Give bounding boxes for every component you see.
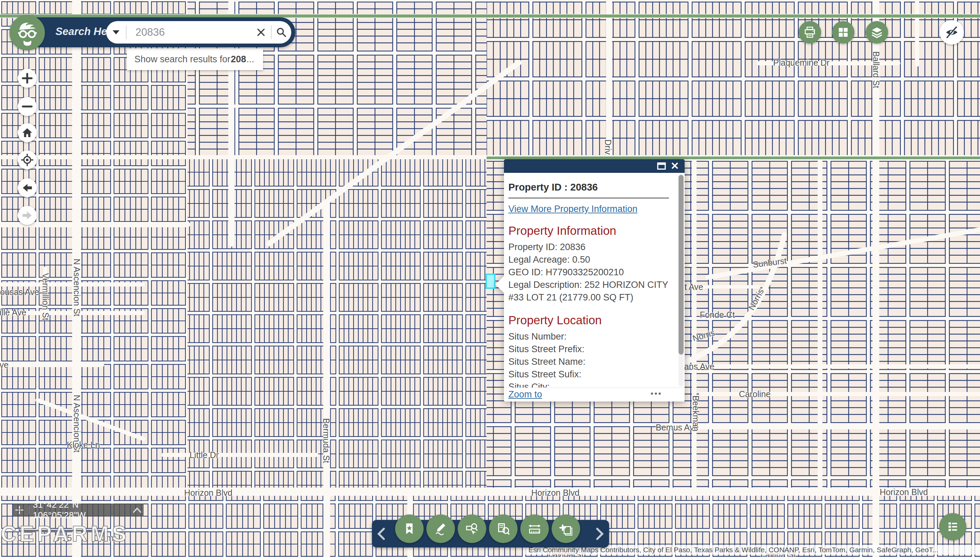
map-application: N Ascencion StN Ascencion StVermillion S… (0, 0, 980, 557)
select-by-rectangle-icon (465, 521, 479, 536)
mascot-face-icon (10, 15, 45, 50)
search-pill (106, 21, 291, 44)
popup-field-line: Situs Street Sufix: (508, 368, 669, 381)
popup-section-heading: Property Information (508, 224, 669, 238)
eye-slash-icon (944, 25, 959, 39)
coordinates-readout: 31°42'22"N 106°05'28"W (29, 500, 131, 521)
search-input[interactable] (127, 26, 251, 39)
measure-button[interactable] (520, 515, 549, 543)
print-button[interactable] (799, 21, 821, 44)
chevron-left-icon (377, 528, 386, 540)
zoom-to-link[interactable]: Zoom to (508, 389, 542, 400)
maximize-button[interactable] (657, 161, 666, 171)
popup-field-line: Property ID: 20836 (508, 241, 669, 254)
layers-icon (871, 26, 883, 39)
hide-ui-button[interactable] (939, 20, 964, 45)
search-suggestion[interactable]: Show search results for 208... (127, 48, 263, 70)
bookmarks-button[interactable] (395, 515, 424, 543)
popup-section-heading: Property Location (508, 313, 669, 327)
basemap-grid-icon (837, 26, 849, 39)
view-more-link[interactable]: View More Property Information (508, 204, 637, 214)
popup-field-line: Situs Street Prefix: (508, 343, 669, 355)
property-popup: ✕ Property ID : 20836 View More Property… (504, 159, 685, 402)
popup-footer: Zoom to ••• (504, 388, 685, 402)
popup-field-line: Situs Street Name: (508, 355, 669, 368)
draw-button[interactable] (427, 515, 455, 543)
add-data-icon (559, 521, 573, 536)
search-type-dropdown[interactable] (106, 21, 126, 44)
draw-icon (433, 521, 448, 536)
add-data-button[interactable] (552, 515, 580, 543)
close-icon (257, 28, 265, 37)
coords-expand-button[interactable] (131, 503, 143, 516)
next-extent-button[interactable] (18, 206, 37, 225)
home-button[interactable] (18, 123, 37, 142)
crosshair-icon[interactable] (13, 503, 26, 516)
popup-field-line: Legal Acreage: 0.50 (508, 254, 669, 266)
home-icon (21, 127, 33, 139)
measure-icon (527, 521, 542, 536)
popup-field-line: Legal Description: 252 HORIZON CITY #33 … (508, 278, 669, 304)
parcel-map[interactable] (0, 0, 980, 557)
chevron-right-icon (596, 528, 604, 540)
app-logo[interactable] (10, 15, 45, 50)
query-attributes-icon (496, 521, 510, 536)
chevron-down-icon (112, 30, 119, 34)
bookmarks-icon (402, 521, 417, 536)
search-bar: Search Here: (10, 17, 295, 47)
chevron-up-icon (133, 507, 142, 513)
back-icon (21, 182, 33, 194)
locate-button[interactable] (18, 150, 37, 169)
search-button[interactable] (272, 21, 291, 44)
popup-field-line: Situs City: (508, 381, 669, 388)
close-icon: ✕ (670, 160, 679, 171)
suggestion-ellipsis: ... (246, 54, 254, 65)
popup-title: Property ID : 20836 (508, 182, 669, 193)
more-options-button[interactable]: ••• (649, 389, 664, 399)
selected-parcel-highlight[interactable] (486, 274, 495, 288)
zoom-in-icon (21, 72, 33, 84)
popup-field-line: GEO ID: H77903325200210 (508, 266, 669, 278)
maximize-icon (657, 161, 666, 171)
zoom-out-button[interactable] (18, 97, 37, 116)
popup-scrollbar (679, 174, 684, 386)
query-button[interactable] (489, 515, 518, 543)
popup-sections: Property InformationProperty ID: 20836Le… (508, 224, 669, 388)
scrollbar-thumb[interactable] (679, 175, 684, 355)
close-button[interactable]: ✕ (670, 161, 680, 171)
clear-search-button[interactable] (251, 21, 271, 44)
toolbar-scroll-right-button[interactable] (596, 528, 604, 541)
basemap-gallery-button[interactable] (832, 21, 855, 44)
select-button[interactable] (457, 515, 486, 543)
forward-icon (21, 209, 33, 221)
legend-icon (946, 520, 960, 534)
print-icon (803, 26, 816, 39)
popup-field-line: Situs Number: (508, 331, 669, 343)
popup-body: Property ID : 20836 View More Property I… (504, 173, 685, 388)
divider (508, 198, 669, 199)
popup-header[interactable]: ✕ (504, 159, 685, 173)
suggestion-term: 208 (231, 54, 246, 65)
coordinates-widget[interactable]: 31°42'22"N 106°05'28"W (13, 503, 143, 516)
zoom-out-icon (21, 101, 33, 112)
locate-icon (21, 153, 34, 166)
zoom-in-button[interactable] (18, 69, 37, 88)
toolbar-scroll-left-button[interactable] (377, 528, 386, 541)
layers-button[interactable] (866, 21, 888, 44)
legend-button[interactable] (939, 513, 966, 540)
popup-callout-arrow (495, 275, 504, 293)
search-icon (276, 27, 287, 37)
suggestion-text: Show search results for (134, 54, 230, 65)
previous-extent-button[interactable] (18, 178, 37, 197)
